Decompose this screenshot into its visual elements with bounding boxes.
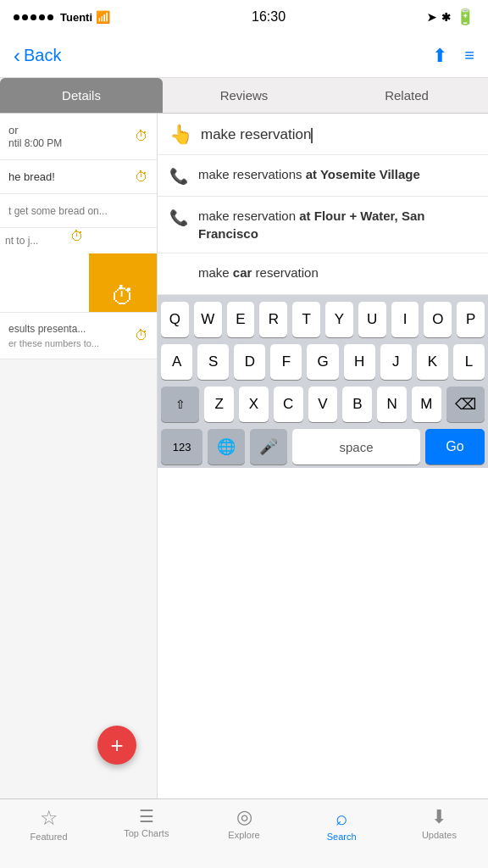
search-input-row: 👆 make reservation <box>158 114 488 155</box>
key-X[interactable]: X <box>239 387 269 422</box>
clock-icon: ⏱ <box>135 328 148 343</box>
suggestion-item[interactable]: 📞 make car reservation <box>158 253 488 295</box>
tab-explore[interactable]: ◎ Explore <box>195 808 292 840</box>
key-F[interactable]: F <box>270 344 302 380</box>
back-button[interactable]: ‹ Back <box>14 46 61 66</box>
key-I[interactable]: I <box>391 302 419 337</box>
search-input-text[interactable]: make reservation <box>201 126 476 143</box>
main-content: or ntil 8:00 PM ⏱ he bread! ⏱ t get some… <box>0 114 488 798</box>
tab-featured[interactable]: ☆ Featured <box>0 808 97 842</box>
tab-reviews[interactable]: Reviews <box>163 78 325 113</box>
list-item: or ntil 8:00 PM ⏱ <box>0 114 157 160</box>
key-L[interactable]: L <box>453 344 485 380</box>
keyboard-row-1: Q W E R T Y U I O P <box>161 302 485 337</box>
key-Y[interactable]: Y <box>325 302 353 337</box>
key-H[interactable]: H <box>344 344 375 380</box>
orange-card-item: nt to j... ⏱ ⏱ <box>0 228 157 313</box>
key-K[interactable]: K <box>417 344 448 380</box>
list-item: esults presenta... ⏱ er these numbers to… <box>0 313 157 359</box>
wifi-icon: 📶 <box>96 10 110 24</box>
tab-details[interactable]: Details <box>0 78 163 113</box>
suggestion-item[interactable]: 📞 make reservations at Yosemite Village <box>158 155 488 197</box>
list-item: t get some bread on... <box>0 194 157 228</box>
explore-icon: ◎ <box>236 808 252 826</box>
nav-bar: ‹ Back ⬆ ≡ <box>0 34 488 78</box>
featured-icon: ☆ <box>40 808 58 828</box>
key-W[interactable]: W <box>194 302 222 337</box>
status-time: 16:30 <box>252 9 286 25</box>
key-V[interactable]: V <box>308 387 338 422</box>
key-O[interactable]: O <box>424 302 452 337</box>
left-panel: or ntil 8:00 PM ⏱ he bread! ⏱ t get some… <box>0 114 158 798</box>
key-Z[interactable]: Z <box>204 387 234 422</box>
location-icon: ➤ <box>427 11 436 24</box>
clock-icon: ⏱ <box>70 229 84 244</box>
list-icon[interactable]: ≡ <box>464 46 474 65</box>
key-J[interactable]: J <box>380 344 412 380</box>
carrier-label: Tuenti <box>60 11 92 24</box>
key-go[interactable]: Go <box>425 429 485 465</box>
clock-icon: ⏱ <box>135 170 148 185</box>
clock-large-icon: ⏱ <box>111 282 135 310</box>
text-cursor <box>311 128 313 143</box>
tab-search[interactable]: ⌕ Search <box>293 808 391 842</box>
key-C[interactable]: C <box>274 387 303 422</box>
clock-icon: ⏱ <box>135 129 148 144</box>
status-right: ➤ ✱ 🔋 <box>427 8 474 26</box>
key-delete[interactable]: ⌫ <box>446 387 485 422</box>
search-suggestions-panel: 👆 make reservation 📞 make reservations a… <box>158 114 488 798</box>
key-G[interactable]: G <box>307 344 338 380</box>
fab-add-button[interactable]: + <box>97 726 136 765</box>
orange-block: ⏱ <box>89 253 157 313</box>
battery-icon: 🔋 <box>456 8 474 26</box>
nav-right-actions: ⬆ ≡ <box>432 45 474 67</box>
key-M[interactable]: M <box>412 387 441 422</box>
top-charts-icon: ☰ <box>139 808 154 825</box>
key-shift[interactable]: ⇧ <box>161 387 199 422</box>
status-left: Tuenti 📶 <box>14 10 110 24</box>
key-E[interactable]: E <box>227 302 255 337</box>
tab-updates[interactable]: ⬇ Updates <box>391 808 488 840</box>
suggestion-item[interactable]: 📞 make reservation at Flour + Water, San… <box>158 197 488 253</box>
search-gesture-icon: 👆 <box>169 124 192 146</box>
key-globe[interactable]: 🌐 <box>208 429 245 465</box>
key-D[interactable]: D <box>234 344 265 380</box>
bluetooth-icon: ✱ <box>441 11 451 24</box>
key-N[interactable]: N <box>377 387 407 422</box>
signal-dots <box>14 14 53 20</box>
phone-icon: 📞 <box>169 167 188 186</box>
tab-bar: Details Reviews Related <box>0 78 488 114</box>
key-numbers[interactable]: 123 <box>161 429 202 465</box>
back-chevron-icon: ‹ <box>14 46 20 66</box>
key-B[interactable]: B <box>342 387 372 422</box>
phone-icon: 📞 <box>169 209 188 227</box>
key-space[interactable]: space <box>292 429 420 465</box>
key-P[interactable]: P <box>457 302 485 337</box>
key-R[interactable]: R <box>259 302 287 337</box>
status-bar: Tuenti 📶 16:30 ➤ ✱ 🔋 <box>0 0 488 34</box>
keyboard-row-3: ⇧ Z X C V B N M ⌫ <box>161 387 485 422</box>
back-label: Back <box>24 46 61 65</box>
updates-icon: ⬇ <box>431 808 446 826</box>
key-Q[interactable]: Q <box>161 302 189 337</box>
keyboard-row-2: A S D F G H J K L <box>161 344 485 380</box>
key-U[interactable]: U <box>358 302 386 337</box>
tab-related[interactable]: Related <box>325 78 488 113</box>
keyboard-row-4: 123 🌐 🎤 space Go <box>161 429 485 465</box>
share-icon[interactable]: ⬆ <box>432 45 447 67</box>
tab-top-charts[interactable]: ☰ Top Charts <box>97 808 195 838</box>
key-S[interactable]: S <box>197 344 229 380</box>
search-icon: ⌕ <box>336 808 347 828</box>
key-T[interactable]: T <box>292 302 320 337</box>
list-item: he bread! ⏱ <box>0 160 157 194</box>
key-mic[interactable]: 🎤 <box>250 429 287 465</box>
key-A[interactable]: A <box>161 344 192 380</box>
keyboard: Q W E R T Y U I O P A S D F G H J K L <box>158 295 488 468</box>
bottom-tab-bar: ☆ Featured ☰ Top Charts ◎ Explore ⌕ Sear… <box>0 798 488 868</box>
